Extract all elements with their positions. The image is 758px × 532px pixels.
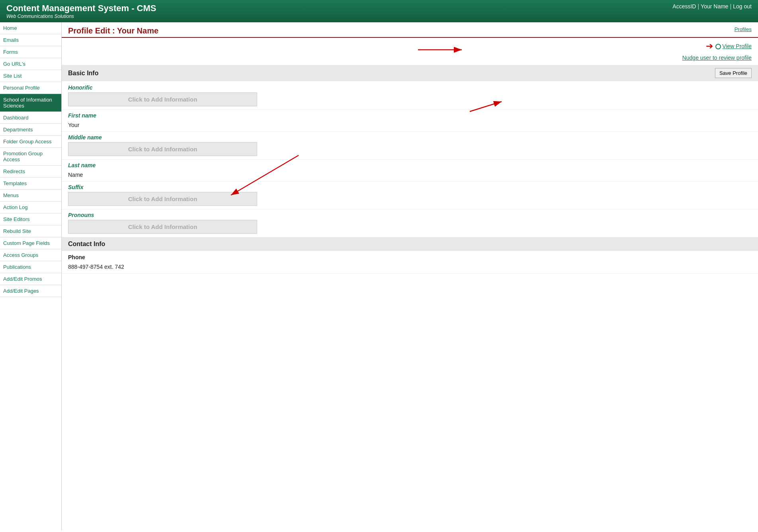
sidebar-item-home[interactable]: Home: [0, 22, 61, 34]
sidebar-item-dashboard[interactable]: Dashboard: [0, 112, 61, 124]
field-block-middle-name: Middle nameClick to Add Information: [62, 132, 758, 160]
page-title: Profile Edit : Your Name: [68, 26, 158, 35]
sidebar-item-add/edit-promos[interactable]: Add/Edit Promos: [0, 273, 61, 285]
contact-info-label: Contact Info: [68, 241, 105, 248]
phone-value: 888-497-8754 ext. 742: [68, 262, 752, 272]
sidebar-item-rebuild-site[interactable]: Rebuild Site: [0, 225, 61, 237]
sidebar-item-site-list[interactable]: Site List: [0, 70, 61, 82]
app-subtitle: Web Communications Solutions: [6, 14, 156, 19]
click-to-add-middle-name[interactable]: Click to Add Information: [68, 142, 257, 156]
nav-sep2: |: [730, 3, 732, 10]
layout: HomeEmailsFormsGo URL'sSite ListPersonal…: [0, 22, 758, 530]
view-profile-row: ➔ View Profile: [62, 38, 758, 53]
field-label-0: Honorific: [68, 84, 752, 91]
field-block-suffix: SuffixClick to Add Information: [62, 182, 758, 209]
sidebar-item-promotion-group-access[interactable]: Promotion Group Access: [0, 148, 61, 166]
basic-info-label: Basic Info: [68, 70, 98, 77]
view-profile-link[interactable]: View Profile: [715, 43, 752, 49]
search-icon: [715, 44, 721, 49]
field-value-first-name: Your: [68, 120, 752, 130]
nav-sep1: |: [697, 3, 699, 10]
yourname-link[interactable]: Your Name: [701, 3, 729, 10]
phone-field-block: Phone 888-497-8754 ext. 742: [62, 252, 758, 274]
sidebar-item-add/edit-pages[interactable]: Add/Edit Pages: [0, 285, 61, 297]
fields-container: HonorificClick to Add InformationFirst n…: [62, 82, 758, 237]
click-to-add-honorific[interactable]: Click to Add Information: [68, 92, 257, 106]
profiles-link[interactable]: Profiles: [735, 26, 752, 32]
sidebar-item-forms[interactable]: Forms: [0, 46, 61, 58]
click-to-add-suffix[interactable]: Click to Add Information: [68, 192, 257, 206]
sidebar-item-emails[interactable]: Emails: [0, 34, 61, 46]
field-block-honorific: HonorificClick to Add Information: [62, 82, 758, 110]
sidebar-item-site-editors[interactable]: Site Editors: [0, 213, 61, 225]
field-label-3: Last name: [68, 162, 752, 168]
basic-info-section-header: Basic Info Save Profile: [62, 65, 758, 81]
header: Content Management System - CMS Web Comm…: [0, 0, 758, 22]
sidebar-item-go-url's[interactable]: Go URL's: [0, 58, 61, 70]
field-block-first-name: First nameYour: [62, 110, 758, 132]
sidebar-item-personal-profile[interactable]: Personal Profile: [0, 82, 61, 94]
app-title: Content Management System - CMS: [6, 3, 156, 14]
field-label-2: Middle name: [68, 134, 752, 141]
sidebar-item-folder-group-access[interactable]: Folder Group Access: [0, 136, 61, 148]
sidebar-item-action-log[interactable]: Action Log: [0, 201, 61, 213]
phone-label: Phone: [68, 254, 752, 260]
annotation-arrow-right: ➔: [706, 41, 713, 51]
sidebar-item-access-groups[interactable]: Access Groups: [0, 249, 61, 261]
field-label-4: Suffix: [68, 184, 752, 190]
field-label-5: Pronouns: [68, 212, 752, 218]
sidebar-item-departments[interactable]: Departments: [0, 124, 61, 136]
field-block-pronouns: PronounsClick to Add Information: [62, 209, 758, 237]
sidebar-item-menus[interactable]: Menus: [0, 190, 61, 201]
sidebar-item-custom-page-fields[interactable]: Custom Page Fields: [0, 237, 61, 249]
logout-link[interactable]: Log out: [733, 3, 752, 10]
nudge-row: Nudge user to review profile: [62, 53, 758, 65]
field-block-last-name: Last nameName: [62, 160, 758, 182]
sidebar-item-publications[interactable]: Publications: [0, 261, 61, 273]
header-title-block: Content Management System - CMS Web Comm…: [6, 3, 156, 19]
click-to-add-pronouns[interactable]: Click to Add Information: [68, 220, 257, 234]
sidebar-item-templates[interactable]: Templates: [0, 178, 61, 190]
field-label-1: First name: [68, 112, 752, 119]
accessid-link[interactable]: AccessID: [672, 3, 696, 10]
main-content: Profile Edit : Your Name Profiles ➔ View…: [62, 22, 758, 530]
header-nav: AccessID | Your Name | Log out: [672, 3, 752, 10]
nudge-link[interactable]: Nudge user to review profile: [682, 55, 752, 61]
contact-info-section-header: Contact Info: [62, 237, 758, 251]
save-profile-button[interactable]: Save Profile: [715, 68, 752, 78]
sidebar: HomeEmailsFormsGo URL'sSite ListPersonal…: [0, 22, 62, 530]
sidebar-item-school-of-information-sciences[interactable]: School of Information Sciences: [0, 94, 61, 112]
sidebar-item-redirects[interactable]: Redirects: [0, 166, 61, 178]
field-value-last-name: Name: [68, 170, 752, 180]
page-header-bar: Profile Edit : Your Name Profiles: [62, 22, 758, 38]
